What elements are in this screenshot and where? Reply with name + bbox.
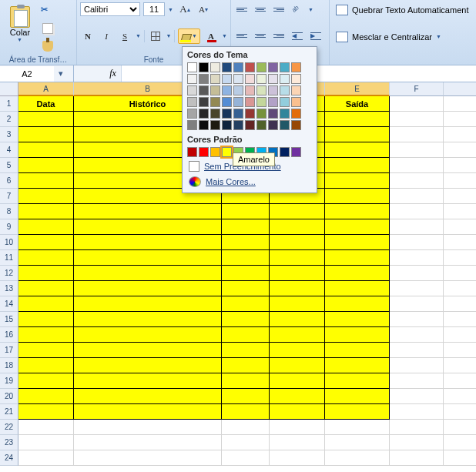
cut-button[interactable]: ✂ xyxy=(40,3,55,18)
color-swatch[interactable] xyxy=(199,120,209,130)
cell-E10[interactable] xyxy=(325,235,390,250)
color-swatch[interactable] xyxy=(222,62,232,72)
cell-B18[interactable] xyxy=(74,358,222,373)
cell[interactable] xyxy=(444,435,476,450)
cell-D8[interactable] xyxy=(270,204,325,219)
cell[interactable] xyxy=(444,112,476,127)
cell-F2[interactable] xyxy=(390,112,444,127)
cell-F13[interactable] xyxy=(390,281,444,296)
copy-button[interactable] xyxy=(40,21,55,36)
color-swatch[interactable] xyxy=(245,85,255,95)
cell-E15[interactable] xyxy=(325,312,390,327)
font-color-button[interactable]: A xyxy=(203,28,219,44)
cell-A9[interactable] xyxy=(18,219,74,235)
color-swatch[interactable] xyxy=(199,97,209,107)
cell[interactable] xyxy=(444,158,476,173)
color-swatch[interactable] xyxy=(245,109,255,119)
color-swatch[interactable] xyxy=(245,62,255,72)
color-swatch[interactable] xyxy=(291,97,301,107)
color-swatch[interactable] xyxy=(233,74,243,84)
shrink-font-button[interactable]: A▾ xyxy=(196,2,211,17)
color-swatch[interactable] xyxy=(233,109,243,119)
row-header-19[interactable]: 19 xyxy=(0,373,18,389)
cell-D18[interactable] xyxy=(270,358,325,373)
chevron-down-icon[interactable]: ▾ xyxy=(54,69,68,79)
color-swatch[interactable] xyxy=(268,85,278,95)
cell-A18[interactable] xyxy=(18,358,74,373)
cell-B20[interactable] xyxy=(74,389,222,404)
color-swatch[interactable] xyxy=(280,120,290,130)
select-all-corner[interactable] xyxy=(0,82,18,96)
row-header-7[interactable]: 7 xyxy=(0,189,18,204)
cell[interactable] xyxy=(444,389,476,404)
row-header-16[interactable]: 16 xyxy=(0,327,18,343)
row-header-2[interactable]: 2 xyxy=(0,112,18,127)
cell-F4[interactable] xyxy=(390,142,444,158)
name-box[interactable]: ▾ xyxy=(0,65,74,82)
cell-B17[interactable] xyxy=(74,343,222,358)
cell-A5[interactable] xyxy=(18,158,74,173)
merge-center-button[interactable]: Mesclar e Centralizar ▼ xyxy=(333,28,473,45)
cell-A17[interactable] xyxy=(18,343,74,358)
cell-A21[interactable] xyxy=(18,404,74,420)
cell-A4[interactable] xyxy=(18,142,74,158)
cell[interactable] xyxy=(444,250,476,266)
cell-D22[interactable] xyxy=(270,420,325,435)
color-swatch[interactable] xyxy=(291,109,301,119)
cell-C14[interactable] xyxy=(222,296,270,312)
cell-D20[interactable] xyxy=(270,389,325,404)
cell-C20[interactable] xyxy=(222,389,270,404)
cell-F12[interactable] xyxy=(390,266,444,281)
cell-C15[interactable] xyxy=(222,312,270,327)
cell-C19[interactable] xyxy=(222,373,270,389)
cell[interactable] xyxy=(444,219,476,235)
color-swatch[interactable] xyxy=(210,109,220,119)
cell-E20[interactable] xyxy=(325,389,390,404)
color-swatch[interactable] xyxy=(210,120,220,130)
row-header-22[interactable]: 22 xyxy=(0,420,18,435)
cell-C10[interactable] xyxy=(222,235,270,250)
cell-D17[interactable] xyxy=(270,343,325,358)
row-header-12[interactable]: 12 xyxy=(0,266,18,281)
cell-A1[interactable]: Data xyxy=(18,96,74,112)
cell[interactable] xyxy=(444,312,476,327)
color-swatch[interactable] xyxy=(199,74,209,84)
cell-E24[interactable] xyxy=(325,450,390,466)
align-left-button[interactable] xyxy=(234,28,250,44)
cell-E4[interactable] xyxy=(325,142,390,158)
bold-button[interactable]: N xyxy=(80,28,96,44)
color-swatch[interactable] xyxy=(233,97,243,107)
cell-F20[interactable] xyxy=(390,389,444,404)
color-swatch[interactable] xyxy=(210,85,220,95)
cell-F1[interactable] xyxy=(390,96,444,112)
color-swatch[interactable] xyxy=(199,85,209,95)
color-swatch[interactable] xyxy=(199,62,209,72)
cell-B8[interactable] xyxy=(74,204,222,219)
color-swatch[interactable] xyxy=(199,109,209,119)
cell-A10[interactable] xyxy=(18,235,74,250)
color-swatch[interactable] xyxy=(210,147,220,157)
cell-A24[interactable] xyxy=(18,450,74,466)
cell[interactable] xyxy=(444,358,476,373)
cell[interactable] xyxy=(444,204,476,219)
cell-F19[interactable] xyxy=(390,373,444,389)
color-swatch[interactable] xyxy=(280,74,290,84)
color-swatch[interactable] xyxy=(222,85,232,95)
cell-A2[interactable] xyxy=(18,112,74,127)
cell[interactable] xyxy=(444,266,476,281)
cell[interactable] xyxy=(444,373,476,389)
color-swatch[interactable] xyxy=(222,97,232,107)
cell-E9[interactable] xyxy=(325,219,390,235)
cell-A3[interactable] xyxy=(18,127,74,142)
paste-button[interactable]: Colar ▼ xyxy=(3,2,37,46)
cell-D11[interactable] xyxy=(270,250,325,266)
cell-C12[interactable] xyxy=(222,266,270,281)
cell-D13[interactable] xyxy=(270,281,325,296)
color-swatch[interactable] xyxy=(187,85,197,95)
column-header-E[interactable]: E xyxy=(325,82,390,96)
italic-button[interactable]: I xyxy=(99,28,114,44)
orientation-button[interactable] xyxy=(290,2,305,17)
chevron-down-icon[interactable]: ▼ xyxy=(166,33,172,38)
color-swatch[interactable] xyxy=(233,62,243,72)
cell-B12[interactable] xyxy=(74,266,222,281)
